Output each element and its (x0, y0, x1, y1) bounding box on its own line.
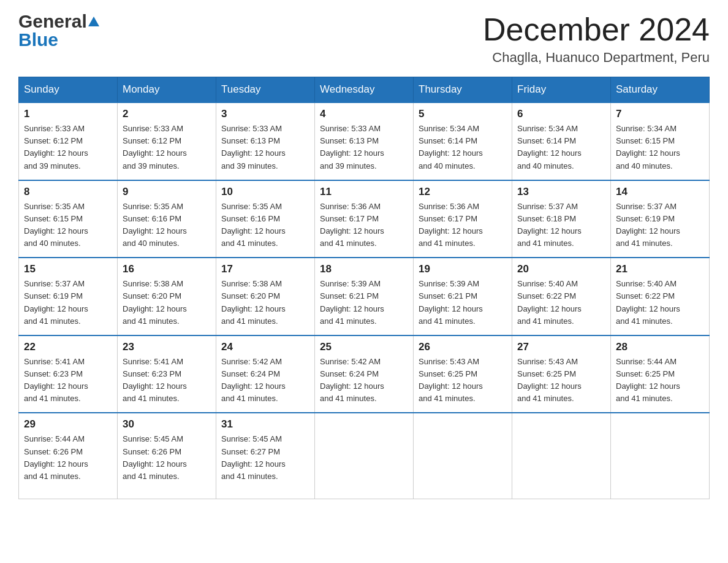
title-block: December 2024 Chaglla, Huanuco Departmen… (483, 12, 710, 66)
calendar-day-cell: 4 Sunrise: 5:33 AMSunset: 6:13 PMDayligh… (315, 102, 414, 180)
day-info: Sunrise: 5:38 AMSunset: 6:20 PMDaylight:… (123, 279, 187, 325)
day-info: Sunrise: 5:33 AMSunset: 6:12 PMDaylight:… (123, 124, 187, 170)
calendar-week-row: 8 Sunrise: 5:35 AMSunset: 6:15 PMDayligh… (19, 180, 710, 258)
page-header: General Blue December 2024 Chaglla, Huan… (18, 12, 710, 66)
day-info: Sunrise: 5:42 AMSunset: 6:24 PMDaylight:… (221, 357, 286, 403)
calendar-week-row: 29 Sunrise: 5:44 AMSunset: 6:26 PMDaylig… (19, 413, 710, 499)
svg-marker-0 (88, 17, 99, 26)
day-number: 18 (320, 263, 408, 275)
day-number: 11 (320, 186, 408, 198)
calendar-week-row: 1 Sunrise: 5:33 AMSunset: 6:12 PMDayligh… (19, 102, 710, 180)
day-info: Sunrise: 5:33 AMSunset: 6:12 PMDaylight:… (24, 124, 88, 170)
day-info: Sunrise: 5:42 AMSunset: 6:24 PMDaylight:… (320, 357, 384, 403)
logo: General Blue (18, 12, 99, 49)
calendar-day-cell: 2 Sunrise: 5:33 AMSunset: 6:12 PMDayligh… (118, 102, 216, 180)
day-number: 3 (221, 108, 309, 120)
header-saturday: Saturday (611, 77, 710, 103)
day-info: Sunrise: 5:41 AMSunset: 6:23 PMDaylight:… (24, 357, 88, 403)
day-info: Sunrise: 5:33 AMSunset: 6:13 PMDaylight:… (221, 124, 286, 170)
day-info: Sunrise: 5:38 AMSunset: 6:20 PMDaylight:… (221, 279, 286, 325)
calendar-day-cell: 9 Sunrise: 5:35 AMSunset: 6:16 PMDayligh… (118, 180, 216, 258)
calendar-day-cell: 5 Sunrise: 5:34 AMSunset: 6:14 PMDayligh… (414, 102, 512, 180)
calendar-day-cell: 12 Sunrise: 5:36 AMSunset: 6:17 PMDaylig… (414, 180, 512, 258)
day-number: 14 (616, 186, 704, 198)
day-number: 5 (419, 108, 507, 120)
day-info: Sunrise: 5:39 AMSunset: 6:21 PMDaylight:… (320, 279, 384, 325)
calendar-day-cell: 7 Sunrise: 5:34 AMSunset: 6:15 PMDayligh… (611, 102, 710, 180)
day-info: Sunrise: 5:37 AMSunset: 6:19 PMDaylight:… (24, 279, 88, 325)
day-info: Sunrise: 5:33 AMSunset: 6:13 PMDaylight:… (320, 124, 384, 170)
day-info: Sunrise: 5:44 AMSunset: 6:26 PMDaylight:… (24, 434, 88, 480)
calendar-day-cell: 20 Sunrise: 5:40 AMSunset: 6:22 PMDaylig… (512, 258, 611, 335)
day-number: 13 (517, 186, 605, 198)
location-title: Chaglla, Huanuco Department, Peru (483, 50, 710, 66)
month-title: December 2024 (483, 12, 710, 47)
calendar-day-cell: 3 Sunrise: 5:33 AMSunset: 6:13 PMDayligh… (216, 102, 315, 180)
day-number: 25 (320, 341, 408, 353)
day-info: Sunrise: 5:45 AMSunset: 6:26 PMDaylight:… (123, 434, 187, 480)
calendar-day-cell (611, 413, 710, 499)
day-info: Sunrise: 5:43 AMSunset: 6:25 PMDaylight:… (419, 357, 483, 403)
calendar-day-cell: 15 Sunrise: 5:37 AMSunset: 6:19 PMDaylig… (19, 258, 118, 335)
day-info: Sunrise: 5:37 AMSunset: 6:18 PMDaylight:… (517, 202, 582, 248)
calendar-day-cell: 14 Sunrise: 5:37 AMSunset: 6:19 PMDaylig… (611, 180, 710, 258)
day-number: 15 (24, 263, 112, 275)
day-info: Sunrise: 5:45 AMSunset: 6:27 PMDaylight:… (221, 434, 286, 480)
day-number: 22 (24, 341, 112, 353)
day-number: 29 (24, 418, 112, 431)
calendar-day-cell: 30 Sunrise: 5:45 AMSunset: 6:26 PMDaylig… (118, 413, 216, 499)
day-info: Sunrise: 5:37 AMSunset: 6:19 PMDaylight:… (616, 202, 680, 248)
day-number: 4 (320, 108, 408, 120)
calendar-day-cell (315, 413, 414, 499)
day-info: Sunrise: 5:34 AMSunset: 6:15 PMDaylight:… (616, 124, 680, 170)
calendar-day-cell: 26 Sunrise: 5:43 AMSunset: 6:25 PMDaylig… (414, 335, 512, 413)
calendar-week-row: 22 Sunrise: 5:41 AMSunset: 6:23 PMDaylig… (19, 335, 710, 413)
calendar-day-cell: 28 Sunrise: 5:44 AMSunset: 6:25 PMDaylig… (611, 335, 710, 413)
day-number: 6 (517, 108, 605, 120)
calendar-day-cell: 16 Sunrise: 5:38 AMSunset: 6:20 PMDaylig… (118, 258, 216, 335)
day-info: Sunrise: 5:40 AMSunset: 6:22 PMDaylight:… (616, 279, 680, 325)
day-number: 2 (123, 108, 211, 120)
header-monday: Monday (118, 77, 216, 103)
day-info: Sunrise: 5:44 AMSunset: 6:25 PMDaylight:… (616, 357, 680, 403)
header-sunday: Sunday (19, 77, 118, 103)
day-number: 1 (24, 108, 112, 120)
day-info: Sunrise: 5:35 AMSunset: 6:16 PMDaylight:… (123, 202, 187, 248)
calendar-day-cell: 25 Sunrise: 5:42 AMSunset: 6:24 PMDaylig… (315, 335, 414, 413)
logo-top-row: General (18, 12, 99, 31)
day-number: 21 (616, 263, 704, 275)
calendar-day-cell: 19 Sunrise: 5:39 AMSunset: 6:21 PMDaylig… (414, 258, 512, 335)
day-number: 27 (517, 341, 605, 353)
calendar-day-cell: 29 Sunrise: 5:44 AMSunset: 6:26 PMDaylig… (19, 413, 118, 499)
day-number: 9 (123, 186, 211, 198)
logo-general: General (18, 11, 87, 31)
day-number: 20 (517, 263, 605, 275)
calendar-day-cell: 17 Sunrise: 5:38 AMSunset: 6:20 PMDaylig… (216, 258, 315, 335)
day-number: 7 (616, 108, 704, 120)
calendar-day-cell: 21 Sunrise: 5:40 AMSunset: 6:22 PMDaylig… (611, 258, 710, 335)
day-number: 24 (221, 341, 309, 353)
day-number: 23 (123, 341, 211, 353)
day-number: 16 (123, 263, 211, 275)
day-info: Sunrise: 5:35 AMSunset: 6:16 PMDaylight:… (221, 202, 286, 248)
day-info: Sunrise: 5:34 AMSunset: 6:14 PMDaylight:… (419, 124, 483, 170)
day-info: Sunrise: 5:41 AMSunset: 6:23 PMDaylight:… (123, 357, 187, 403)
day-number: 12 (419, 186, 507, 198)
header-friday: Friday (512, 77, 611, 103)
calendar-day-cell (414, 413, 512, 499)
header-thursday: Thursday (414, 77, 512, 103)
day-info: Sunrise: 5:36 AMSunset: 6:17 PMDaylight:… (419, 202, 483, 248)
calendar-day-cell: 31 Sunrise: 5:45 AMSunset: 6:27 PMDaylig… (216, 413, 315, 499)
day-number: 19 (419, 263, 507, 275)
day-info: Sunrise: 5:36 AMSunset: 6:17 PMDaylight:… (320, 202, 384, 248)
day-number: 28 (616, 341, 704, 353)
calendar-day-cell: 13 Sunrise: 5:37 AMSunset: 6:18 PMDaylig… (512, 180, 611, 258)
calendar-day-cell: 11 Sunrise: 5:36 AMSunset: 6:17 PMDaylig… (315, 180, 414, 258)
calendar-header-row: SundayMondayTuesdayWednesdayThursdayFrid… (19, 77, 710, 103)
calendar-day-cell (512, 413, 611, 499)
calendar-day-cell: 27 Sunrise: 5:43 AMSunset: 6:25 PMDaylig… (512, 335, 611, 413)
day-number: 26 (419, 341, 507, 353)
day-number: 31 (221, 418, 309, 431)
header-tuesday: Tuesday (216, 77, 315, 103)
day-number: 17 (221, 263, 309, 275)
